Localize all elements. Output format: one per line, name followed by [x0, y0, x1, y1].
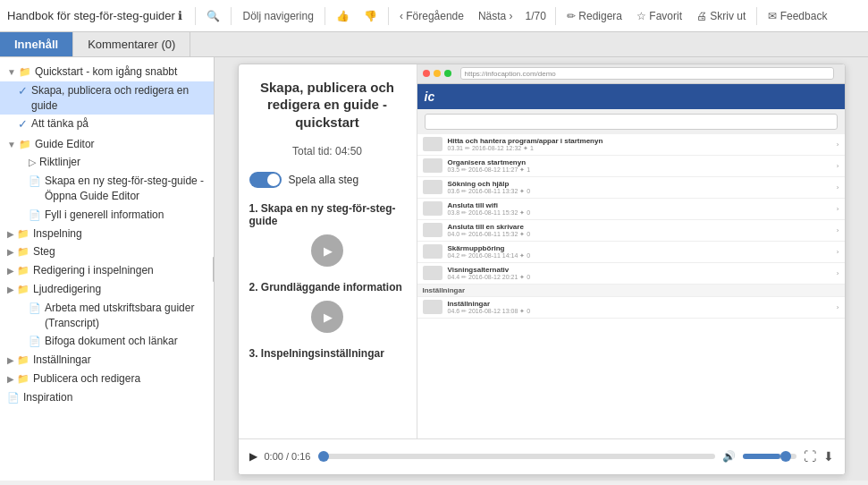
video-time: 0:00 / 0:16: [265, 451, 311, 462]
thumbdown-button[interactable]: 👎: [358, 8, 383, 24]
screenshot-mock: https://infocaption.com/demo ic: [417, 64, 845, 438]
page-count: 1/70: [526, 10, 546, 22]
ss-search-input[interactable]: [425, 114, 838, 130]
list-item: Skärmuppböring 04.2 ✏ 2016-08-11 14:14 ✦…: [417, 242, 845, 263]
thumbup-button[interactable]: 👍: [331, 8, 355, 24]
step-item-2: 2. Grundläggande information: [249, 281, 406, 333]
ss-item-meta: 04.6 ✏ 2016-08-12 13:08 ✦ 0: [448, 308, 831, 315]
sidebar-item-label: Inställningar: [33, 353, 91, 368]
expand-icon: ▶: [7, 265, 14, 277]
ss-search-bar: [417, 109, 845, 134]
divider: [756, 7, 757, 25]
doc-icon: 📄: [29, 174, 41, 188]
prev-button[interactable]: ‹ Föregående: [394, 8, 469, 24]
ss-item-meta: 03.31 ✏ 2016-08-12 12:32 ✦ 1: [448, 145, 831, 152]
list-item: Hitta och hantera program/appar i startm…: [417, 134, 845, 156]
ss-item-meta: 04.4 ✏ 2016-08-12 20:21 ✦ 0: [448, 274, 831, 281]
sidebar-item-att-tanka[interactable]: ✓ Att tänka på: [0, 115, 214, 134]
sidebar-item-label: Ljudredigering: [33, 282, 101, 297]
sidebar-item-label: Publicera och redigera: [33, 371, 140, 387]
sidebar-item-installningar[interactable]: ▶ 📁 Inställningar: [0, 351, 214, 370]
nav-tabs: Innehåll Kommentarer (0): [0, 32, 868, 57]
toggle-switch[interactable]: [249, 172, 282, 188]
video-bar: ▶ 0:00 / 0:16 🔊 ⛶ ⬇: [239, 438, 845, 474]
folder-icon: 📁: [17, 245, 29, 259]
sidebar-item-steg[interactable]: ▶ 📁 Steg: [0, 242, 214, 261]
search-button[interactable]: 🔍: [201, 8, 225, 24]
next-button[interactable]: Nästa ›: [473, 8, 518, 24]
fullscreen-button[interactable]: ⛶: [804, 449, 816, 464]
main-content: Skapa, publicera och redigera en guide -…: [215, 57, 868, 481]
play-button[interactable]: ▶: [249, 450, 257, 463]
sidebar-item-label: Inspiration: [23, 390, 72, 405]
tab-comments[interactable]: Kommentarer (0): [73, 32, 190, 56]
sidebar-item-publicera[interactable]: ▶ 📁 Publicera och redigera: [0, 370, 214, 388]
ss-item-title: Inställningar: [448, 300, 831, 308]
ss-topbar: https://infocaption.com/demo: [417, 64, 845, 84]
sidebar-item-skapa-ny[interactable]: 📄 Skapa en ny steg-för-steg-guide - Öppn…: [0, 172, 214, 206]
sidebar-item-label: Att tänka på: [31, 116, 88, 132]
chevron-icon: ›: [837, 140, 839, 149]
progress-bar[interactable]: [318, 454, 715, 459]
divider: [388, 7, 389, 25]
window-min-dot: [434, 70, 441, 77]
sidebar-item-fyll-info[interactable]: 📄 Fyll i generell information: [0, 206, 214, 225]
sidebar-item-ljudredigering[interactable]: ▶ 📁 Ljudredigering: [0, 280, 214, 299]
edit-button[interactable]: ✏ Redigera: [561, 8, 628, 24]
print-button[interactable]: 🖨 Skriv ut: [691, 8, 751, 24]
step-play-button-2[interactable]: [311, 301, 343, 333]
page-title: Handbok för steg-för-steg-guider ℹ: [7, 9, 182, 22]
ss-item-title: Organisera startmenyn: [448, 158, 831, 166]
sidebar-item-arbeta-utskrift[interactable]: 📄 Arbeta med utskriftsbara guider (Trans…: [0, 299, 214, 333]
ss-section-header: Inställningar: [417, 285, 845, 297]
volume-fill: [743, 454, 780, 459]
doc-icon: 📄: [29, 208, 41, 222]
ss-app-header: ic: [417, 84, 845, 109]
ss-item-text: Organisera startmenyn 03.5 ✏ 2016-08-12 …: [448, 158, 831, 174]
card-top: Skapa, publicera och redigera en guide -…: [239, 64, 845, 438]
expand-icon: ▶: [7, 354, 14, 367]
ss-thumb: [423, 137, 442, 151]
favorite-button[interactable]: ☆ Favorit: [631, 8, 687, 24]
ss-item-meta: 04.0 ✏ 2016-08-11 15:32 ✦ 0: [448, 231, 831, 238]
sidebar-item-inspelning[interactable]: ▶ 📁 Inspelning: [0, 225, 214, 243]
tab-content[interactable]: Innehåll: [0, 32, 73, 56]
folder-icon: 📁: [17, 372, 29, 386]
doc-icon: 📄: [7, 391, 20, 404]
volume-bar[interactable]: [743, 454, 796, 459]
folder-icon: 📁: [17, 227, 29, 241]
ss-item-title: Ansluta till wifi: [448, 201, 831, 209]
sidebar-item-label: Bifoga dokument och länkar: [45, 334, 178, 349]
hide-nav-button[interactable]: Dölj navigering: [237, 8, 318, 24]
volume-icon[interactable]: 🔊: [722, 450, 736, 463]
sidebar-item-redigering[interactable]: ▶ 📁 Redigering i inspelningen: [0, 261, 214, 280]
sidebar-item-riktlinjer[interactable]: ▷ Riktlinjer: [0, 153, 214, 172]
ss-url-text: https://infocaption.com/demo: [465, 70, 556, 78]
download-button[interactable]: ⬇: [823, 449, 834, 464]
card-toggle-row: Spela alla steg: [249, 172, 406, 188]
sidebar-toggle[interactable]: ‹: [213, 257, 215, 282]
ss-item-title: Hitta och hantera program/appar i startm…: [448, 137, 831, 145]
step-item-3: 3. Inspelningsinställningar: [249, 347, 406, 360]
sidebar-item-label: Arbeta med utskriftsbara guider (Transcr…: [45, 301, 210, 331]
ss-list: Hitta och hantera program/appar i startm…: [417, 134, 845, 438]
topbar: Handbok för steg-för-steg-guider ℹ 🔍 Döl…: [0, 0, 868, 32]
expand-icon: ▶: [7, 246, 14, 259]
sidebar-item-label: Redigering i inspelningen: [33, 263, 154, 278]
sidebar-item-bifoga[interactable]: 📄 Bifoga dokument och länkar: [0, 332, 214, 351]
list-item: Organisera startmenyn 03.5 ✏ 2016-08-12 …: [417, 156, 845, 177]
ss-item-title: Visningsalternativ: [448, 266, 831, 274]
divider: [195, 7, 196, 25]
sidebar: ▼ 📁 Quickstart - kom igång snabbt ✓ Skap…: [0, 57, 215, 481]
ss-item-meta: 03.5 ✏ 2016-08-12 11:27 ✦ 1: [448, 166, 831, 174]
list-item: Sökning och hjälp 03.6 ✏ 2016-08-11 13:3…: [417, 177, 845, 199]
sidebar-item-guide-editor[interactable]: ▼ 📁 Guide Editor: [0, 135, 214, 154]
sidebar-item-inspiration[interactable]: 📄 Inspiration: [0, 388, 214, 407]
step-play-button-1[interactable]: [311, 234, 343, 267]
sidebar-item-quickstart-root[interactable]: ▼ 📁 Quickstart - kom igång snabbt: [0, 63, 214, 81]
doc-icon: ▷: [29, 156, 36, 169]
feedback-button[interactable]: ✉ Feedback: [763, 8, 832, 24]
sidebar-item-skapa-guide[interactable]: ✓ Skapa, publicera och redigera en guide: [0, 81, 214, 115]
sidebar-item-label: Steg: [33, 244, 55, 260]
expand-icon: ▼: [7, 139, 16, 151]
